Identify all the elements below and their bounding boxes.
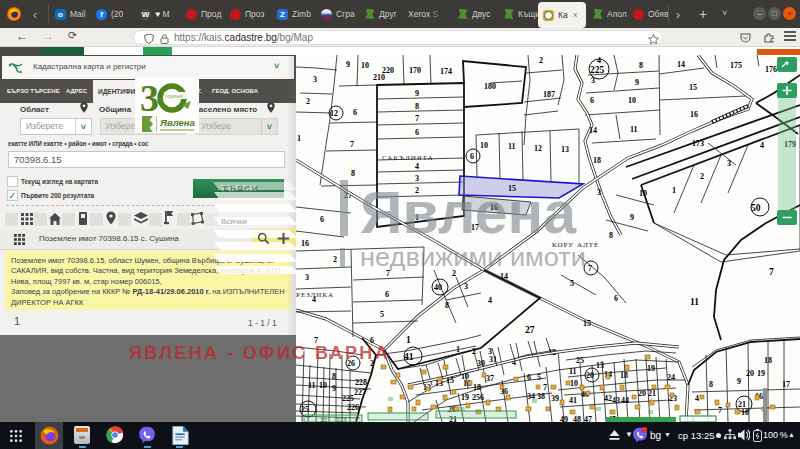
svg-text:1: 1 — [672, 186, 676, 195]
svg-text:11: 11 — [690, 297, 699, 307]
svg-text:години: години — [165, 93, 182, 99]
svg-text:6: 6 — [415, 128, 419, 137]
svg-text:8: 8 — [709, 380, 713, 389]
svg-text:3: 3 — [727, 159, 731, 168]
svg-text:10: 10 — [480, 141, 488, 150]
svg-text:11: 11 — [630, 125, 638, 134]
svg-text:173: 173 — [692, 139, 704, 148]
svg-text:210: 210 — [373, 73, 385, 82]
svg-text:7: 7 — [718, 406, 722, 415]
svg-text:Явлена: Явлена — [159, 117, 195, 128]
svg-text:14: 14 — [677, 60, 685, 69]
svg-text:4: 4 — [597, 56, 601, 65]
svg-text:16: 16 — [690, 110, 698, 119]
svg-text:42: 42 — [604, 394, 612, 403]
svg-text:19: 19 — [647, 364, 655, 373]
svg-text:10: 10 — [570, 379, 578, 388]
svg-text:3: 3 — [140, 77, 159, 119]
svg-text:3: 3 — [597, 188, 601, 197]
svg-text:6: 6 — [470, 152, 474, 161]
svg-text:20: 20 — [746, 369, 754, 378]
svg-text:6: 6 — [590, 96, 594, 105]
svg-text:174: 174 — [440, 67, 452, 76]
svg-text:2: 2 — [700, 172, 704, 181]
svg-text:27: 27 — [525, 325, 535, 335]
svg-text:10: 10 — [741, 408, 749, 417]
svg-text:228: 228 — [355, 378, 367, 387]
svg-text:2: 2 — [333, 255, 337, 264]
svg-text:47: 47 — [584, 415, 592, 422]
svg-text:227: 227 — [354, 388, 366, 397]
svg-text:4: 4 — [695, 394, 699, 403]
svg-text:8: 8 — [445, 301, 449, 310]
svg-text:256: 256 — [472, 393, 484, 402]
svg-text:3: 3 — [464, 282, 468, 291]
svg-text:48: 48 — [573, 415, 581, 422]
svg-text:13: 13 — [596, 361, 604, 370]
svg-text:18: 18 — [620, 371, 628, 380]
svg-text:11: 11 — [569, 367, 577, 376]
svg-text:39: 39 — [551, 394, 559, 403]
svg-text:17: 17 — [782, 380, 790, 389]
svg-text:175: 175 — [730, 61, 742, 70]
svg-text:3: 3 — [305, 273, 309, 282]
svg-text:7: 7 — [415, 114, 419, 123]
svg-text:187: 187 — [543, 90, 555, 99]
svg-text:2: 2 — [539, 56, 543, 65]
svg-text:18: 18 — [593, 156, 601, 165]
svg-text:3: 3 — [488, 347, 492, 356]
svg-text:19: 19 — [461, 393, 469, 402]
svg-text:РЕЗЛИКА: РЕЗЛИКА — [296, 291, 334, 299]
svg-text:9: 9 — [630, 213, 634, 222]
svg-text:44: 44 — [621, 396, 629, 405]
svg-text:13: 13 — [561, 145, 569, 154]
svg-text:15: 15 — [689, 83, 697, 92]
svg-text:24: 24 — [667, 373, 675, 382]
svg-text:10: 10 — [628, 96, 636, 105]
svg-text:225: 225 — [590, 65, 605, 75]
svg-text:САКЪЛИЯТА: САКЪЛИЯТА — [382, 154, 433, 162]
svg-text:41: 41 — [404, 352, 414, 362]
svg-text:18: 18 — [764, 356, 772, 365]
svg-text:4: 4 — [488, 296, 492, 305]
svg-text:180: 180 — [484, 82, 496, 91]
svg-text:3: 3 — [591, 76, 595, 85]
svg-text:5: 5 — [380, 310, 384, 319]
svg-text:40: 40 — [434, 283, 442, 292]
svg-text:10: 10 — [361, 61, 369, 70]
svg-text:6: 6 — [353, 108, 357, 117]
svg-text:10: 10 — [639, 189, 647, 198]
svg-text:10: 10 — [319, 381, 327, 390]
svg-text:6: 6 — [614, 294, 618, 303]
svg-text:9: 9 — [346, 60, 350, 69]
svg-text:49: 49 — [560, 415, 568, 422]
svg-text:4: 4 — [760, 141, 764, 150]
svg-text:9: 9 — [415, 89, 419, 98]
svg-text:226: 226 — [347, 403, 359, 412]
svg-text:9: 9 — [635, 78, 639, 87]
svg-text:7: 7 — [543, 383, 547, 392]
svg-text:15: 15 — [583, 319, 591, 328]
svg-text:недвижими имоти: недвижими имоти — [360, 242, 586, 272]
svg-text:6: 6 — [320, 215, 324, 224]
svg-text:37: 37 — [486, 374, 494, 383]
svg-text:19: 19 — [757, 369, 765, 378]
svg-text:2: 2 — [472, 347, 476, 356]
svg-text:38: 38 — [537, 392, 545, 401]
svg-text:25: 25 — [576, 356, 584, 365]
svg-text:16: 16 — [301, 239, 309, 248]
svg-text:12: 12 — [330, 109, 338, 118]
svg-text:6: 6 — [385, 290, 389, 299]
svg-text:9: 9 — [332, 384, 336, 393]
svg-text:Явлена: Явлена — [360, 179, 577, 246]
svg-text:176: 176 — [765, 65, 777, 74]
svg-text:1: 1 — [406, 335, 411, 345]
svg-text:50: 50 — [751, 203, 761, 213]
svg-text:14: 14 — [589, 126, 597, 135]
svg-text:8: 8 — [351, 169, 355, 178]
svg-text:4: 4 — [415, 162, 419, 171]
svg-text:2: 2 — [306, 97, 310, 106]
svg-text:8: 8 — [609, 231, 613, 240]
svg-text:170: 170 — [409, 66, 421, 75]
svg-text:21: 21 — [648, 389, 656, 398]
